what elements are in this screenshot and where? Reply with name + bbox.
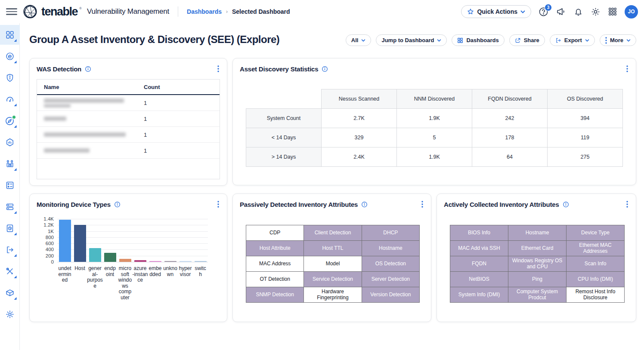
widget-title: Asset Discovery Statistics (240, 65, 318, 73)
sidebar-item-discover[interactable] (0, 111, 20, 131)
info-icon[interactable] (361, 201, 368, 208)
dashboards-button[interactable]: Dashboards (452, 34, 504, 46)
bar-embedded[interactable] (149, 261, 161, 262)
gear-icon (5, 310, 15, 319)
jump-to-dashboard-button[interactable]: Jump to Dashboard (376, 34, 447, 46)
kebab-menu-icon[interactable] (216, 64, 221, 73)
table-corner-cell (246, 89, 322, 109)
value-cell: 2.7K (322, 109, 397, 128)
bar-endpoint[interactable] (104, 253, 116, 262)
table-row[interactable]: 1 (37, 111, 220, 127)
kebab-menu-icon[interactable] (420, 200, 425, 209)
more-label: More (610, 37, 623, 43)
bar-Host[interactable] (74, 225, 86, 262)
column-header-name[interactable]: Name (37, 84, 137, 90)
avatar[interactable]: JO (625, 5, 638, 18)
brand-product: Vulnerability Management (87, 7, 169, 16)
quick-actions-button[interactable]: Quick Actions (461, 5, 531, 18)
menu-icon[interactable] (6, 6, 17, 17)
bar-unknown[interactable] (164, 261, 176, 262)
y-axis-tick-label: 200 (35, 253, 54, 258)
sidebar-item-export-nav[interactable] (0, 240, 20, 260)
bar-general-purpose[interactable] (89, 248, 101, 262)
sidebar-item-findings[interactable] (0, 68, 20, 88)
chevron-down-icon (520, 10, 525, 13)
info-icon[interactable] (85, 66, 91, 72)
x-axis-tick-label: switc h (189, 266, 212, 277)
asset-discovery-table: Nessus ScannedNNM DiscoveredFQDN Discove… (246, 89, 623, 167)
active-attributes-grid: BIOS InfoHostnameDevice TypeMAC Add via … (450, 225, 625, 303)
row-label-cell: System Count (246, 109, 322, 128)
row-label-cell: > 14 Days (246, 147, 322, 167)
attribute-cell-hardware-fingerprinting: Hardware Fingerprinting (304, 287, 362, 303)
sidebar-item-sandbox[interactable] (0, 283, 20, 303)
bar-switch[interactable] (195, 261, 207, 262)
attribute-cell-cpu-info-dmi-: CPU Info (DMI) (567, 272, 625, 287)
app-grid-button[interactable] (608, 7, 617, 16)
settings-button[interactable] (591, 7, 601, 17)
column-header: Nessus Scanned (322, 89, 397, 109)
bar-chart: 02004006008001K1.2K1.4Kundet ermin edHos… (30, 194, 227, 322)
value-cell: 5 (397, 128, 472, 147)
sidebar-item-settings[interactable] (0, 304, 20, 324)
top-bar: tenable ® Vulnerability Management Dashb… (0, 0, 644, 23)
y-axis-tick-label: 1.2K (35, 222, 54, 227)
sidebar-item-groups[interactable] (0, 154, 20, 174)
column-header-count[interactable]: Count (137, 84, 220, 90)
filter-all-button[interactable]: All (346, 34, 372, 46)
kebab-menu-icon[interactable] (625, 64, 630, 73)
breadcrumb-dashboards-link[interactable]: Dashboards (187, 8, 222, 15)
count-cell: 1 (137, 100, 220, 106)
bar-azure-instance[interactable] (134, 260, 146, 262)
attribute-cell-ethernet-mac-addresses: Ethernet MAC Addresses (567, 241, 625, 256)
redacted-name-cell (37, 98, 137, 107)
shield-info-icon (5, 73, 15, 83)
share-icon (515, 37, 521, 43)
table-row[interactable]: 1 (37, 127, 220, 143)
notifications-button[interactable] (573, 7, 583, 17)
share-label: Share (524, 37, 539, 43)
value-cell: 2.4K (322, 147, 397, 167)
redacted-text (44, 104, 71, 107)
kebab-menu-icon[interactable] (625, 200, 630, 209)
attribute-cell-host-attribute: Host Attribute (246, 241, 304, 256)
export-button[interactable]: Export (550, 34, 595, 46)
sidebar-item-tools[interactable] (0, 261, 20, 281)
attribute-cell-device-type: Device Type (567, 225, 625, 241)
sidebar-item-gauge[interactable] (0, 89, 20, 109)
sidebar-item-inventory[interactable] (0, 132, 20, 152)
info-icon[interactable] (322, 66, 328, 72)
value-cell: 1.9K (397, 147, 472, 167)
value-cell: 329 (322, 128, 397, 147)
value-cell: 275 (548, 147, 623, 167)
chevron-down-icon (437, 39, 441, 42)
table-row[interactable]: 1 (37, 143, 220, 159)
star-icon (467, 8, 474, 15)
sidebar-item-explore[interactable] (0, 46, 20, 66)
chevron-right-icon: › (226, 9, 228, 15)
widget-actively-collected-attributes: Actively Collected Inventory Attributes … (437, 193, 636, 322)
y-axis-tick-label: 0 (35, 259, 54, 264)
sidebar-item-dashboards[interactable] (0, 25, 20, 45)
document-clock-icon (5, 224, 15, 233)
share-button[interactable]: Share (509, 34, 545, 46)
sidebar-item-checklist[interactable] (0, 175, 20, 195)
bar-undetermined[interactable] (59, 220, 71, 262)
attribute-cell-ethernet-card: Ethernet Card (508, 241, 567, 256)
bar-hypervisor[interactable] (180, 261, 192, 262)
table-row[interactable]: 1 (37, 95, 220, 111)
value-cell: 1.9K (397, 109, 472, 128)
attribute-cell-fqdn: FQDN (450, 256, 508, 272)
sidebar-item-reports[interactable] (0, 218, 20, 238)
more-button[interactable]: More (600, 34, 636, 46)
stacked-panels-icon (5, 202, 15, 212)
info-icon[interactable] (563, 201, 569, 208)
help-badge: 3 (545, 4, 552, 11)
help-button[interactable]: 3 (539, 7, 548, 17)
redacted-text (44, 132, 126, 137)
export-icon (555, 37, 561, 43)
bar-microsoft windows computer[interactable] (119, 259, 131, 262)
y-axis-tick-label: 800 (35, 235, 54, 240)
announcements-button[interactable] (556, 6, 566, 17)
sidebar-item-scans[interactable] (0, 197, 20, 217)
